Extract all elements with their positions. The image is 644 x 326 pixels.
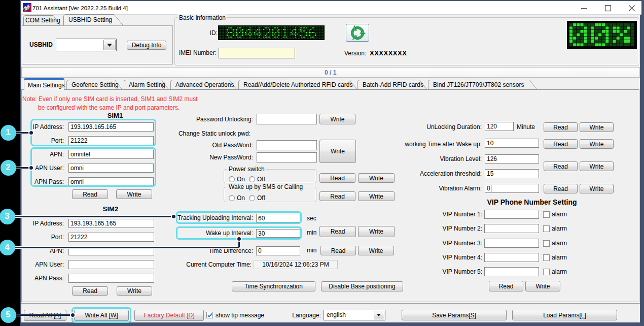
svg-text:Alarm Setting: Alarm Setting [129, 81, 165, 88]
svg-text:Batch-Add RFID cards: Batch-Add RFID cards [363, 81, 423, 88]
svg-text:USBHID Setting: USBHID Setting [68, 16, 112, 23]
svg-text:Advanced Operations: Advanced Operations [175, 81, 234, 88]
svg-text:Bind JT126/JT709/JT802 sensors: Bind JT126/JT709/JT802 sensors [433, 81, 524, 88]
svg-text:Main Settings: Main Settings [28, 82, 65, 89]
svg-text:Geofence Setting: Geofence Setting [71, 81, 119, 88]
svg-text:COM Setting: COM Setting [25, 17, 60, 24]
svg-text:Read/Add/Delete Authorized RFI: Read/Add/Delete Authorized RFID cards [243, 81, 352, 88]
